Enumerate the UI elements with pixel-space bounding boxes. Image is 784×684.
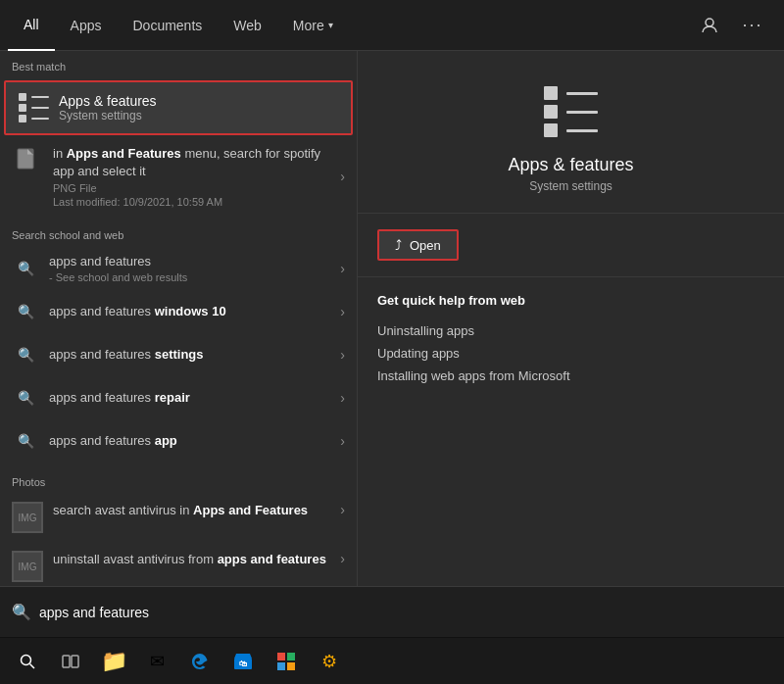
photo-result-1-text: search avast antivirus in Apps and Featu…: [53, 502, 340, 519]
left-panel: Best match Apps & features System settin…: [0, 51, 358, 586]
taskbar-edge[interactable]: [180, 642, 220, 681]
photo-result-2[interactable]: IMG uninstall avast antivirus from apps …: [0, 543, 357, 586]
taskbar-store[interactable]: 🛍: [223, 642, 263, 681]
chevron-right-icon: ›: [340, 261, 345, 276]
svg-text:🛍: 🛍: [239, 660, 247, 668]
best-match-label: Best match: [0, 51, 357, 78]
search-icon: 🔍: [12, 298, 39, 325]
svg-rect-15: [277, 653, 285, 660]
search-bar: 🔍: [0, 586, 784, 637]
tab-apps[interactable]: Apps: [55, 0, 118, 51]
quick-help-link-3[interactable]: Installing web apps from Microsoft: [377, 365, 764, 387]
open-button[interactable]: ⤴ Open: [377, 229, 459, 261]
chevron-right-icon: ›: [340, 433, 345, 449]
best-match-item[interactable]: Apps & features System settings: [4, 80, 353, 135]
web-result-1[interactable]: 🔍 apps and features - See school and web…: [0, 247, 357, 290]
chevron-right-icon: ›: [340, 304, 345, 319]
best-match-title: Apps & features: [59, 93, 157, 109]
taskbar-file-explorer[interactable]: 📁: [94, 642, 133, 681]
svg-rect-18: [287, 662, 295, 670]
quick-help-title: Get quick help from web: [377, 293, 764, 308]
right-actions: ⤴ Open: [358, 214, 784, 277]
tab-all[interactable]: All: [8, 0, 55, 51]
web-result-2-text: apps and features windows 10: [49, 303, 340, 320]
chevron-right-icon: ›: [340, 169, 345, 184]
web-result-1-text: apps and features - See school and web r…: [49, 253, 340, 286]
photo-result-1[interactable]: IMG search avast antivirus in Apps and F…: [0, 494, 357, 543]
apps-features-large-icon: [540, 80, 603, 143]
tab-documents[interactable]: Documents: [117, 0, 218, 51]
photo-thumbnail-1: IMG: [12, 502, 43, 533]
main-content: Best match Apps & features System settin…: [0, 51, 784, 586]
right-subtitle: System settings: [529, 179, 612, 193]
quick-help-link-1[interactable]: Uninstalling apps: [377, 319, 764, 342]
svg-rect-17: [277, 662, 285, 670]
tab-web[interactable]: Web: [218, 0, 277, 51]
school-web-label: Search school and web: [0, 220, 357, 247]
chevron-right-icon: ›: [340, 347, 345, 363]
web-result-3[interactable]: 🔍 apps and features settings ›: [0, 333, 357, 376]
svg-text:IMG: IMG: [19, 562, 37, 572]
svg-point-0: [706, 19, 713, 26]
svg-rect-16: [287, 653, 295, 660]
quick-help-link-2[interactable]: Updating apps: [377, 342, 764, 365]
chevron-right-icon: ›: [340, 390, 345, 406]
chevron-right-icon: ›: [340, 502, 345, 517]
svg-text:IMG: IMG: [19, 513, 37, 523]
web-result-4-text: apps and features repair: [49, 389, 340, 407]
chevron-down-icon: ▾: [328, 20, 333, 30]
file-title: in Apps and Features menu, search for sp…: [53, 145, 340, 180]
search-icon: 🔍: [12, 427, 39, 455]
taskbar-settings[interactable]: ⚙: [310, 642, 349, 681]
chevron-right-icon: ›: [340, 551, 345, 566]
web-result-4[interactable]: 🔍 apps and features repair ›: [0, 376, 357, 419]
search-icon: 🔍: [12, 255, 39, 282]
svg-line-10: [30, 663, 35, 668]
search-icon: 🔍: [12, 603, 31, 621]
file-result-item[interactable]: in Apps and Features menu, search for sp…: [0, 137, 357, 216]
right-panel: Apps & features System settings ⤴ Open G…: [358, 51, 784, 586]
best-match-subtitle: System settings: [59, 109, 157, 122]
web-result-2[interactable]: 🔍 apps and features windows 10 ›: [0, 290, 357, 333]
svg-rect-12: [72, 656, 78, 667]
taskbar-tiles[interactable]: [267, 642, 306, 681]
file-icon: [12, 145, 43, 176]
tabs-bar: All Apps Documents Web More ▾ ···: [0, 0, 784, 51]
user-icon-button[interactable]: [694, 10, 725, 41]
web-result-5[interactable]: 🔍 apps and features app ›: [0, 419, 357, 463]
search-icon: 🔍: [12, 341, 39, 368]
search-input[interactable]: [39, 605, 772, 620]
quick-help-section: Get quick help from web Uninstalling app…: [358, 277, 784, 403]
svg-rect-11: [63, 656, 70, 667]
tab-more[interactable]: More ▾: [277, 0, 349, 51]
taskbar: 📁 ✉ 🛍 ⚙: [0, 637, 784, 684]
apps-features-icon: [18, 92, 49, 123]
taskbar-mail[interactable]: ✉: [137, 642, 176, 681]
taskbar-task-view[interactable]: [51, 642, 90, 681]
photos-label: Photos: [0, 466, 357, 494]
web-result-3-text: apps and features settings: [49, 346, 340, 364]
search-icon: 🔍: [12, 384, 39, 412]
file-modified: Last modified: 10/9/2021, 10:59 AM: [53, 196, 340, 208]
more-options-button[interactable]: ···: [737, 10, 768, 41]
open-icon: ⤴: [395, 237, 402, 253]
web-result-5-text: apps and features app: [49, 432, 340, 450]
file-type: PNG File: [53, 182, 340, 194]
photo-result-2-text: uninstall avast antivirus from apps and …: [53, 551, 340, 568]
photo-thumbnail-2: IMG: [12, 551, 43, 582]
right-title: Apps & features: [508, 155, 633, 175]
right-header: Apps & features System settings: [358, 51, 784, 214]
start-menu: All Apps Documents Web More ▾ ··· Best m…: [0, 0, 784, 684]
svg-point-9: [22, 655, 31, 664]
taskbar-search[interactable]: [8, 642, 47, 681]
